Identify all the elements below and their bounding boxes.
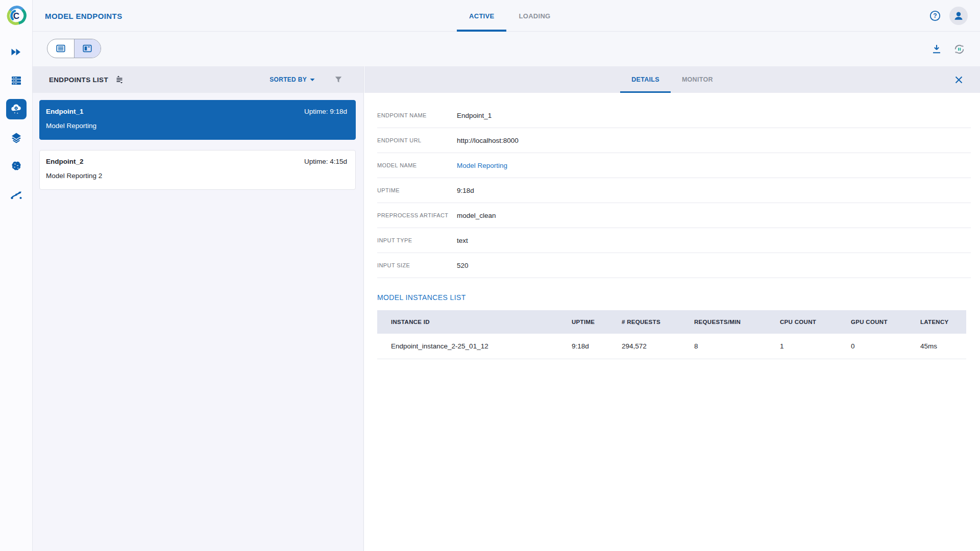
field-row-endpoint-url: ENDPOINT URL http://localhost:8000 xyxy=(377,128,971,153)
endpoint-model: Model Reporting 2 xyxy=(46,172,347,180)
endpoint-details-panel: DETAILS MONITOR ENDPOINT NAME Endpoint_1… xyxy=(364,66,980,551)
field-row-input-size: INPUT SIZE 520 xyxy=(377,253,971,278)
col-cpu-count: CPU COUNT xyxy=(766,319,837,325)
cell-gpu-count: 0 xyxy=(837,342,906,350)
col-latency: LATENCY xyxy=(906,319,966,325)
svg-text:?: ? xyxy=(933,12,937,19)
cell-requests: 294,572 xyxy=(608,342,680,350)
endpoint-model: Model Reporting xyxy=(46,122,347,130)
sorted-by-label: SORTED BY xyxy=(270,76,307,83)
pipelines-icon xyxy=(10,189,22,201)
auto-refresh-icon xyxy=(953,43,966,56)
model-instances-table: INSTANCE ID UPTIME # REQUESTS REQUESTS/M… xyxy=(377,310,966,359)
sort-order-button[interactable] xyxy=(115,75,125,84)
endpoint-name: Endpoint_1 xyxy=(46,108,84,115)
field-value: 520 xyxy=(457,262,469,269)
download-button[interactable] xyxy=(930,43,943,55)
table-view-icon xyxy=(55,43,66,54)
endpoints-list-panel: ENDPOINTS LIST SORTED BY En xyxy=(33,66,364,551)
col-instance-id: INSTANCE ID xyxy=(377,319,558,325)
clearml-logo-icon: C xyxy=(6,5,27,27)
nav-item-dashboard[interactable] xyxy=(0,38,33,66)
field-value: Endpoint_1 xyxy=(457,112,492,119)
endpoints-list-header: ENDPOINTS LIST SORTED BY xyxy=(33,66,363,93)
field-value: http://localhost:8000 xyxy=(457,137,519,144)
tab-monitor[interactable]: MONITOR xyxy=(671,66,724,93)
svg-text:C: C xyxy=(13,11,19,21)
tab-active[interactable]: ACTIVE xyxy=(457,0,506,32)
col-requests: # REQUESTS xyxy=(608,319,680,325)
close-icon xyxy=(955,76,963,84)
endpoint-uptime: Uptime: 9:18d xyxy=(304,108,347,115)
fast-forward-icon xyxy=(10,46,22,58)
field-label: ENDPOINT NAME xyxy=(377,112,457,118)
endpoint-state-tabs: ACTIVE LOADING xyxy=(457,0,563,32)
field-row-uptime: UPTIME 9:18d xyxy=(377,178,971,203)
layers-icon xyxy=(10,132,22,144)
cell-latency: 45ms xyxy=(906,342,966,350)
user-avatar-icon xyxy=(953,10,964,21)
brain-icon xyxy=(10,160,22,172)
page-title: MODEL ENDPOINTS xyxy=(45,0,122,32)
field-label: INPUT SIZE xyxy=(377,262,457,268)
field-label: ENDPOINT URL xyxy=(377,137,457,143)
top-bar: MODEL ENDPOINTS ACTIVE LOADING ? xyxy=(33,0,980,32)
nav-item-pipelines[interactable] xyxy=(0,181,33,209)
auto-refresh-button[interactable] xyxy=(953,43,966,56)
field-value: 9:18d xyxy=(457,187,474,194)
cell-requests-min: 8 xyxy=(680,342,766,350)
help-button[interactable]: ? xyxy=(929,10,941,22)
user-menu-button[interactable] xyxy=(949,7,968,25)
sorted-by-dropdown[interactable]: SORTED BY xyxy=(270,76,315,83)
field-label: INPUT TYPE xyxy=(377,237,457,243)
close-details-button[interactable] xyxy=(955,66,963,93)
endpoint-card-1[interactable]: Endpoint_1 Uptime: 9:18d Model Reporting xyxy=(39,100,356,140)
col-requests-min: REQUESTS/MIN xyxy=(680,319,766,325)
table-header-row: INSTANCE ID UPTIME # REQUESTS REQUESTS/M… xyxy=(377,310,966,334)
cell-uptime: 9:18d xyxy=(558,342,608,350)
cell-cpu-count: 1 xyxy=(766,342,837,350)
tab-loading[interactable]: LOADING xyxy=(506,0,562,32)
download-icon xyxy=(930,43,943,55)
toolbar xyxy=(33,32,980,66)
field-row-model-name: MODEL NAME Model Reporting xyxy=(377,153,971,178)
endpoint-card-2[interactable]: Endpoint_2 Uptime: 4:15d Model Reporting… xyxy=(39,150,356,190)
col-uptime: UPTIME xyxy=(558,319,608,325)
filter-icon xyxy=(334,76,342,84)
split-view-button[interactable] xyxy=(74,39,101,58)
clearml-logo[interactable]: C xyxy=(0,0,33,32)
nav-active-highlight xyxy=(6,99,27,119)
nav-item-workers[interactable] xyxy=(0,66,33,95)
model-instances-title: MODEL INSTANCES LIST xyxy=(377,293,971,302)
field-row-input-type: INPUT TYPE text xyxy=(377,228,971,253)
help-icon: ? xyxy=(929,10,941,22)
chevron-down-icon xyxy=(310,78,315,82)
details-tab-bar: DETAILS MONITOR xyxy=(364,66,980,93)
model-name-link[interactable]: Model Reporting xyxy=(457,162,507,169)
nav-item-model-serving[interactable] xyxy=(0,95,33,123)
col-gpu-count: GPU COUNT xyxy=(837,319,906,325)
endpoint-uptime: Uptime: 4:15d xyxy=(304,158,347,165)
sort-icon xyxy=(115,75,125,84)
field-row-endpoint-name: ENDPOINT NAME Endpoint_1 xyxy=(377,103,971,128)
split-view-icon xyxy=(82,43,93,54)
field-row-preprocess-artifact: PREPROCESS ARTIFACT model_clean xyxy=(377,203,971,228)
servers-icon xyxy=(10,74,22,87)
view-toggle xyxy=(47,39,101,58)
tab-details[interactable]: DETAILS xyxy=(620,66,671,93)
table-view-button[interactable] xyxy=(47,39,74,58)
field-value: text xyxy=(457,237,468,244)
filter-button[interactable] xyxy=(334,76,342,84)
nav-item-datasets[interactable] xyxy=(0,123,33,152)
table-row: Endpoint_instance_2-25_01_12 9:18d 294,5… xyxy=(377,334,966,359)
field-label: UPTIME xyxy=(377,187,457,193)
left-nav-sidebar: C xyxy=(0,0,33,551)
endpoint-name: Endpoint_2 xyxy=(46,158,84,165)
field-label: MODEL NAME xyxy=(377,162,457,168)
nav-item-models[interactable] xyxy=(0,152,33,181)
cell-instance-id: Endpoint_instance_2-25_01_12 xyxy=(377,342,558,350)
endpoints-list-title: ENDPOINTS LIST xyxy=(49,76,108,84)
field-label: PREPROCESS ARTIFACT xyxy=(377,212,457,218)
model-serving-icon xyxy=(10,103,22,115)
field-value: model_clean xyxy=(457,212,496,219)
